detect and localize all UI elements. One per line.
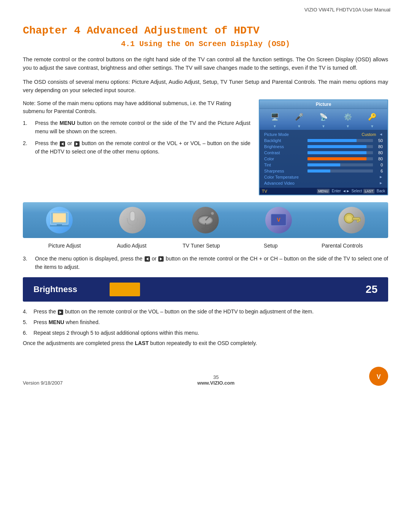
osd-bar-brightness bbox=[307, 145, 373, 148]
parental-controls-icon bbox=[338, 207, 365, 233]
osd-menu-items: Picture Mode Custom ◄ Backlight 50 bbox=[260, 130, 387, 188]
chapter-title: Chapter 4 Advanced Adjustment of HDTV bbox=[23, 25, 388, 37]
step-2-text: Press the or button on the remote contro… bbox=[35, 139, 250, 156]
osd-num-color: 80 bbox=[374, 157, 383, 161]
osd-row-color: Color 80 bbox=[263, 156, 384, 162]
footer-version: Version 9/18/2007 bbox=[23, 380, 63, 386]
page-footer: Version 9/18/2007 35 www.VIZIO.com V bbox=[0, 355, 411, 393]
step-4: 4. Press the button on the remote contro… bbox=[23, 308, 388, 316]
svg-rect-19 bbox=[358, 219, 360, 221]
step4-play-icon bbox=[58, 310, 63, 315]
tv-tuner-icon bbox=[192, 207, 219, 233]
left-column: Note: Some of the main menu options may … bbox=[23, 99, 250, 195]
label-parental-controls: Parental Controls bbox=[322, 243, 363, 249]
osd-bottom-last: LAST bbox=[363, 189, 374, 193]
menu-icons-section: V Picture Adjust Au bbox=[23, 202, 388, 250]
osd-arrow-5: ▼ bbox=[365, 124, 379, 128]
osd-row-sharpness: Sharpness 6 bbox=[263, 168, 384, 174]
play-right-icon bbox=[74, 141, 80, 147]
osd-arrows-row: ▼ ▼ ▼ ▼ ▼ bbox=[260, 123, 387, 130]
osd-row-tint: Tint 0 bbox=[263, 162, 384, 168]
menu-labels-row: Picture Adjust Audio Adjust TV Tuner Set… bbox=[23, 241, 388, 250]
osd-bottom-select-text: Select bbox=[351, 189, 362, 193]
osd-arrow-4: ▼ bbox=[341, 124, 355, 128]
step-6: 6. Repeat steps 2 through 5 to adjust ad… bbox=[23, 329, 388, 337]
osd-arrow-color-temp: ► bbox=[379, 175, 383, 179]
label-audio-adjust: Audio Adjust bbox=[116, 243, 147, 249]
osd-arrow-picture-mode: ◄ bbox=[379, 132, 383, 136]
menu-icon-audio-adjust bbox=[119, 207, 146, 233]
step-6-text: Repeat steps 2 through 5 to adjust addit… bbox=[33, 329, 199, 337]
osd-icon-parental: 🔑 bbox=[365, 111, 379, 123]
osd-bar-color bbox=[307, 157, 373, 160]
menu-icon-picture-adjust bbox=[46, 207, 73, 233]
svg-point-10 bbox=[211, 212, 214, 215]
picture-adjust-icon bbox=[46, 207, 73, 233]
step-3: 3. Once the menu option is displayed, pr… bbox=[23, 255, 388, 271]
osd-bottom-bar: TV MENU Enter ◄► Select LAST Back bbox=[260, 188, 387, 195]
osd-label-sharpness: Sharpness bbox=[264, 169, 306, 173]
osd-num-sharpness: 6 bbox=[374, 169, 383, 173]
svg-point-12 bbox=[201, 227, 210, 229]
osd-label-backlight: Backlight bbox=[264, 138, 306, 143]
osd-value-picture-mode: Custom bbox=[357, 132, 376, 137]
intro-paragraph-1: The remote control or the control button… bbox=[23, 55, 388, 72]
footer-logo: V bbox=[369, 367, 388, 386]
osd-bar-fill-tint bbox=[307, 163, 340, 166]
osd-bar-sharpness bbox=[307, 169, 373, 173]
osd-bar-backlight bbox=[307, 139, 373, 142]
osd-label-color: Color bbox=[264, 157, 306, 161]
bottom-steps: 4. Press the button on the remote contro… bbox=[23, 308, 388, 348]
osd-row-brightness: Brightness 80 bbox=[263, 144, 384, 150]
footer-center: 35 www.VIZIO.com bbox=[198, 374, 235, 386]
osd-icon-audio: 🎤 bbox=[292, 111, 306, 123]
brightness-label: Brightness bbox=[33, 284, 102, 294]
page-content: Chapter 4 Advanced Adjustment of HDTV 4.… bbox=[0, 25, 411, 348]
brightness-value: 25 bbox=[362, 283, 378, 296]
svg-point-16 bbox=[346, 216, 352, 221]
osd-bar-fill-contrast bbox=[307, 151, 366, 154]
osd-icon-tuner: 📡 bbox=[317, 111, 330, 123]
osd-bottom-menu: MENU bbox=[317, 189, 330, 193]
label-setup: Setup bbox=[255, 243, 286, 249]
footer-website: www.VIZIO.com bbox=[198, 380, 235, 386]
step-2-num: 2. bbox=[23, 139, 31, 156]
step-1-text: Press the MENU button on the remote cont… bbox=[35, 119, 250, 136]
osd-icon-setup: ⚙️ bbox=[341, 111, 355, 123]
osd-icons-row: 🖥️ 🎤 📡 ⚙️ 🔑 bbox=[260, 109, 387, 123]
once-text: Once the adjustments are completed press… bbox=[23, 339, 388, 348]
step-5-num: 5. bbox=[23, 318, 30, 327]
osd-label-picture-mode: Picture Mode bbox=[264, 132, 306, 137]
note-text: Note: Some of the main menu options may … bbox=[23, 99, 250, 115]
osd-panel: Picture 🖥️ 🎤 📡 ⚙️ 🔑 ▼ ▼ ▼ ▼ ▼ bbox=[259, 99, 388, 195]
svg-rect-3 bbox=[57, 224, 62, 226]
vizio-logo: V bbox=[369, 367, 388, 386]
osd-title: Picture bbox=[260, 100, 387, 109]
menu-icons-row: V bbox=[23, 202, 388, 238]
osd-row-contrast: Contrast 80 bbox=[263, 150, 384, 156]
osd-arrow-2: ▼ bbox=[292, 124, 306, 128]
svg-point-8 bbox=[199, 217, 212, 224]
step-6-num: 6. bbox=[23, 329, 30, 337]
svg-rect-4 bbox=[130, 211, 135, 221]
step-1-num: 1. bbox=[23, 119, 31, 136]
osd-label-contrast: Contrast bbox=[264, 150, 306, 155]
section-title: 4.1 Using the On Screen Display (OSD) bbox=[23, 40, 388, 48]
osd-tv-label: TV bbox=[262, 189, 315, 193]
step-4-text: Press the button on the remote control o… bbox=[33, 308, 314, 316]
intro-paragraph-2: The OSD consists of several menu options… bbox=[23, 78, 388, 95]
osd-bottom-back: Back bbox=[377, 189, 385, 193]
step3-play-right-icon bbox=[158, 256, 164, 262]
menu-icon-tv-tuner bbox=[192, 207, 219, 233]
osd-bar-fill-brightness bbox=[307, 145, 366, 148]
osd-bar-fill-color bbox=[307, 157, 366, 160]
page-header: VIZIO VW47L FHDTV10A User Manual bbox=[0, 0, 411, 13]
osd-bar-tint bbox=[307, 163, 373, 166]
menu-icon-parental bbox=[338, 207, 365, 233]
osd-label-advanced-video: Advanced Video bbox=[264, 181, 306, 185]
setup-icon: V bbox=[265, 207, 292, 233]
step-4-num: 4. bbox=[23, 308, 30, 316]
brightness-bar: Brightness 25 bbox=[23, 277, 388, 302]
step-1: 1. Press the MENU button on the remote c… bbox=[23, 119, 250, 136]
osd-row-advanced-video: Advanced Video ► bbox=[263, 180, 384, 186]
